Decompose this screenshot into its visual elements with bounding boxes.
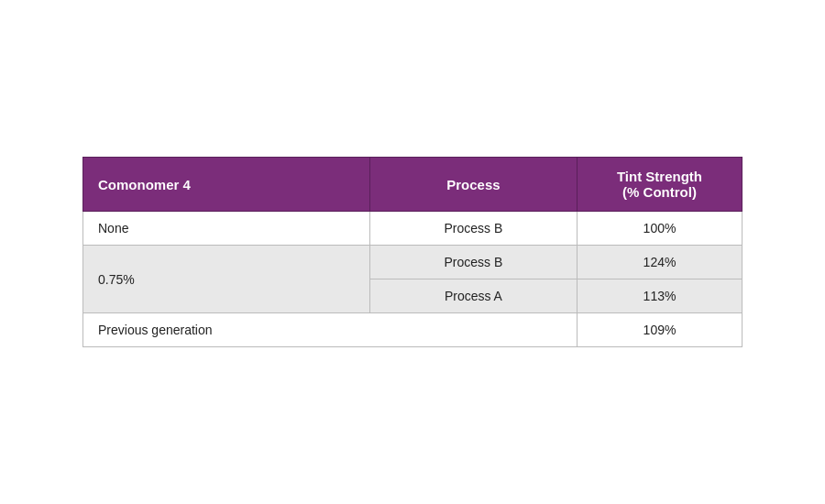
- cell-process: Process B: [369, 212, 577, 246]
- cell-tint-strength: 113%: [578, 279, 742, 313]
- cell-comonomer: Previous generation: [83, 313, 578, 347]
- header-comonomer: Comonomer 4: [83, 158, 370, 212]
- cell-comonomer: None: [83, 212, 370, 246]
- cell-comonomer: 0.75%: [83, 246, 370, 313]
- header-tint-strength: Tint Strength(% Control): [578, 158, 742, 212]
- header-process: Process: [369, 158, 577, 212]
- table-row: None Process B 100%: [83, 212, 742, 246]
- table-row: 0.75% Process B 124%: [83, 246, 742, 279]
- table-row: Previous generation 109%: [83, 313, 742, 347]
- cell-tint-strength: 124%: [578, 246, 742, 279]
- table-header-row: Comonomer 4 Process Tint Strength(% Cont…: [83, 158, 742, 212]
- cell-process: Process B: [369, 246, 577, 279]
- data-table: Comonomer 4 Process Tint Strength(% Cont…: [82, 157, 742, 347]
- cell-process: Process A: [369, 279, 577, 313]
- cell-tint-strength: 100%: [578, 212, 742, 246]
- cell-tint-strength: 109%: [578, 313, 742, 347]
